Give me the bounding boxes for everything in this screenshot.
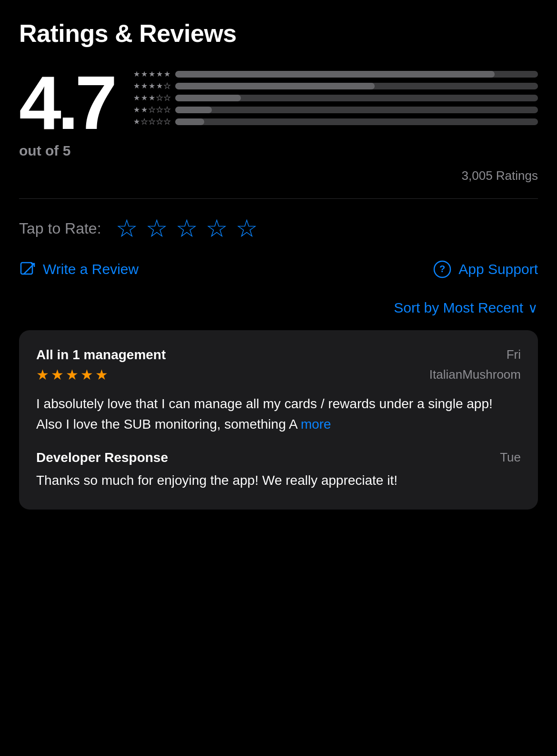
review-card: All in 1 management Fri ★ ★ ★ ★ ★ Italia… (19, 330, 538, 510)
rating-bars: ★ ★ ★ ★ ★ ★ ★ ★ ★ ★ ★ (132, 65, 538, 129)
mini-star-icon: ★ (164, 93, 170, 102)
mini-star-icon: ★ (164, 69, 170, 79)
review-title: All in 1 management (36, 347, 166, 363)
mini-star-icon: ★ (141, 81, 148, 90)
review-star-4: ★ (80, 366, 93, 383)
app-support-button[interactable]: ? App Support (433, 260, 538, 279)
mini-star-icon: ★ (133, 81, 140, 90)
tap-to-rate-label: Tap to Rate: (19, 220, 101, 237)
dev-response-label: Developer Response (36, 450, 168, 465)
review-stars-row: ★ ★ ★ ★ ★ ItalianMushroom (36, 366, 521, 383)
bar-track-2 (175, 107, 538, 113)
mini-star-icon: ★ (149, 117, 155, 126)
sort-label: Sort by Most Recent (394, 300, 523, 316)
mini-star-icon: ★ (164, 117, 170, 126)
mini-star-icon: ★ (133, 93, 140, 102)
review-star-2: ★ (51, 366, 64, 383)
bar-fill-4 (175, 83, 375, 89)
bar-track-5 (175, 71, 538, 78)
mini-star-icon: ★ (156, 105, 163, 114)
mini-star-icon: ★ (149, 81, 155, 90)
bar-fill-2 (175, 107, 211, 113)
bar-track-1 (175, 118, 538, 125)
svg-rect-0 (21, 263, 32, 274)
bar-track-4 (175, 83, 538, 89)
bar-row-5: ★ ★ ★ ★ ★ (132, 69, 538, 79)
star-label-3: ★ ★ ★ ★ ★ (132, 93, 170, 102)
mini-star-icon: ★ (133, 117, 140, 126)
bar-fill-1 (175, 118, 204, 125)
dev-response-header: Developer Response Tue (36, 450, 521, 465)
star-label-4: ★ ★ ★ ★ ★ (132, 81, 170, 90)
mini-star-icon: ★ (149, 93, 155, 102)
dev-response-date: Tue (500, 450, 521, 465)
mini-star-icon: ★ (141, 93, 148, 102)
bar-row-3: ★ ★ ★ ★ ★ (132, 93, 538, 102)
review-stars: ★ ★ ★ ★ ★ (36, 366, 108, 383)
reviewer-name: ItalianMushroom (429, 367, 521, 382)
big-score: 4.7 out of 5 (19, 65, 113, 159)
mini-star-icon: ★ (141, 117, 148, 126)
out-of-label: out of 5 (19, 143, 70, 159)
sort-button[interactable]: Sort by Most Recent ∨ (394, 300, 538, 316)
rate-star-2[interactable]: ☆ (146, 216, 168, 241)
write-review-button[interactable]: Write a Review (19, 261, 139, 278)
write-review-label: Write a Review (43, 261, 139, 277)
rate-star-5[interactable]: ☆ (236, 216, 258, 241)
star-label-5: ★ ★ ★ ★ ★ (132, 69, 170, 79)
bar-fill-5 (175, 71, 494, 78)
review-star-3: ★ (66, 366, 79, 383)
bar-row-4: ★ ★ ★ ★ ★ (132, 81, 538, 90)
mini-star-icon: ★ (156, 93, 163, 102)
mini-star-icon: ★ (164, 105, 170, 114)
review-header: All in 1 management Fri (36, 347, 521, 363)
svg-text:?: ? (439, 264, 445, 274)
star-label-2: ★ ★ ★ ★ ★ (132, 105, 170, 114)
bar-track-3 (175, 95, 538, 101)
review-date: Fri (507, 347, 521, 362)
mini-star-icon: ★ (141, 105, 148, 114)
bar-fill-3 (175, 95, 240, 101)
mini-star-icon: ★ (156, 117, 163, 126)
rating-score: 4.7 (19, 65, 113, 141)
mini-star-icon: ★ (141, 69, 148, 79)
bar-row-2: ★ ★ ★ ★ ★ (132, 105, 538, 114)
mini-star-icon: ★ (149, 69, 155, 79)
bar-row-1: ★ ★ ★ ★ ★ (132, 117, 538, 126)
section-title: Ratings & Reviews (19, 19, 538, 48)
ratings-count: 3,005 Ratings (19, 168, 538, 183)
tap-to-rate-row: Tap to Rate: ☆ ☆ ☆ ☆ ☆ (19, 216, 538, 241)
review-body: I absolutely love that I can manage all … (36, 393, 521, 435)
mini-star-icon: ★ (164, 81, 170, 90)
sort-row: Sort by Most Recent ∨ (19, 300, 538, 316)
star-label-1: ★ ★ ★ ★ ★ (132, 117, 170, 126)
review-star-5: ★ (95, 366, 108, 383)
dev-response-body: Thanks so much for enjoying the app! We … (36, 470, 521, 491)
divider (19, 198, 538, 199)
review-body-text: I absolutely love that I can manage all … (36, 396, 493, 432)
chevron-down-icon: ∨ (528, 300, 538, 316)
developer-response: Developer Response Tue Thanks so much fo… (36, 450, 521, 491)
actions-row: Write a Review ? App Support (19, 260, 538, 279)
write-review-icon (19, 261, 36, 278)
review-more-link[interactable]: more (301, 417, 331, 432)
mini-star-icon: ★ (156, 69, 163, 79)
ratings-overview: 4.7 out of 5 ★ ★ ★ ★ ★ ★ ★ ★ ★ ★ (19, 65, 538, 159)
rate-star-1[interactable]: ☆ (116, 216, 138, 241)
rate-star-4[interactable]: ☆ (206, 216, 228, 241)
mini-star-icon: ★ (156, 81, 163, 90)
rate-star-3[interactable]: ☆ (176, 216, 198, 241)
rate-stars[interactable]: ☆ ☆ ☆ ☆ ☆ (116, 216, 258, 241)
mini-star-icon: ★ (133, 69, 140, 79)
mini-star-icon: ★ (133, 105, 140, 114)
app-support-icon: ? (433, 260, 452, 279)
mini-star-icon: ★ (149, 105, 155, 114)
app-support-label: App Support (458, 261, 538, 277)
review-star-1: ★ (36, 366, 49, 383)
